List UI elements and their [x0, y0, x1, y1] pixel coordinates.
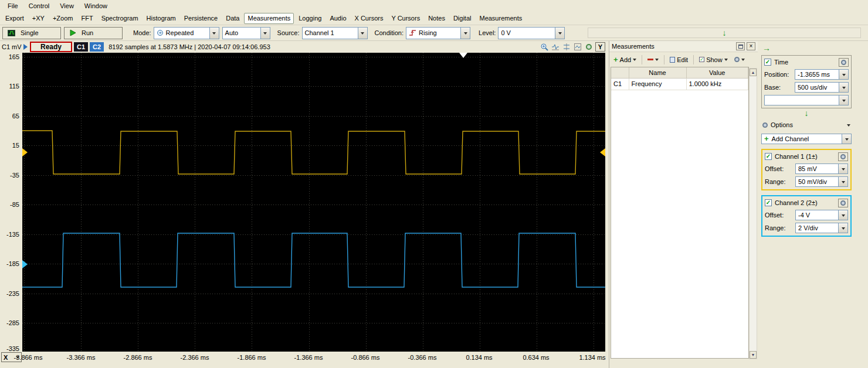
minus-icon [647, 59, 653, 60]
measurements-scrollbar[interactable]: ▲ ▼ [749, 68, 757, 359]
channel-1-range-arrow [838, 177, 847, 186]
add-channel-select[interactable]: + Add Channel [761, 134, 852, 144]
time-position-value: -1.3655 ms [798, 71, 830, 78]
channel-1-checkbox[interactable]: ✓ [765, 153, 772, 160]
column-channel[interactable] [611, 67, 629, 78]
channel-1-tab[interactable]: C1 [74, 42, 88, 52]
x-tick: 0.134 ms [466, 354, 492, 361]
scroll-down-icon[interactable]: ▼ [750, 351, 757, 359]
channel-2-checkbox[interactable]: ✓ [765, 199, 772, 206]
trigger-source-select[interactable]: Channel 1 [302, 27, 368, 39]
trigger-auto-select[interactable]: Auto [222, 27, 270, 39]
repeated-mode-icon [157, 29, 164, 36]
time-group: ✓ Time Position: -1.3655 ms Base: 500 us… [761, 55, 852, 108]
tab-measurements-2[interactable]: Measurements [476, 13, 525, 24]
add-measurement-button[interactable]: + Add [611, 55, 639, 64]
x-tick: -1.866 ms [238, 354, 266, 361]
x-tick: -2.866 ms [124, 354, 152, 361]
channel-2-settings-button[interactable] [838, 199, 848, 207]
show-menu-button[interactable]: ✓ Show [697, 55, 730, 64]
plot-settings-gear-icon[interactable] [584, 43, 593, 52]
tab-xy[interactable]: +XY [29, 13, 48, 24]
channel-1-offset-select[interactable]: 85 mV [795, 163, 848, 174]
single-button[interactable]: Single [2, 27, 61, 39]
edit-icon [670, 57, 675, 63]
column-value[interactable]: Value [686, 67, 748, 78]
tab-data[interactable]: Data [222, 13, 243, 24]
tab-measurements[interactable]: Measurements [244, 13, 294, 24]
float-panel-button[interactable] [736, 42, 745, 50]
menu-control[interactable]: Control [23, 1, 55, 11]
time-checkbox[interactable]: ✓ [764, 59, 771, 66]
tab-spectrogram[interactable]: Spectrogram [98, 13, 142, 24]
zoom-horizontal-icon[interactable] [551, 43, 560, 52]
close-panel-button[interactable]: × [747, 42, 755, 50]
zoom-vertical-icon[interactable] [562, 43, 571, 52]
tab-export[interactable]: Export [2, 13, 28, 24]
x-tick: -2.366 ms [181, 354, 209, 361]
trigger-level-value: 0 V [501, 29, 511, 36]
tab-digital[interactable]: Digital [450, 13, 475, 24]
tab-persistence[interactable]: Persistence [181, 13, 221, 24]
run-button-label: Run [82, 29, 93, 36]
mode-value: Repeated [166, 29, 194, 36]
remove-measurement-button[interactable] [645, 55, 661, 64]
measurements-settings-button[interactable] [732, 55, 747, 64]
time-extra-select[interactable] [764, 95, 849, 105]
fit-view-icon[interactable] [573, 43, 582, 52]
edit-measurement-button[interactable]: Edit [667, 55, 690, 64]
channel-2-tab[interactable]: C2 [90, 42, 104, 52]
y-axis[interactable]: 165 115 65 15 -35 -85 -135 -185 -235 -28… [0, 53, 22, 352]
tab-logging[interactable]: Logging [295, 13, 325, 24]
channel-2-title: Channel 2 (2±) [775, 199, 818, 206]
measurements-panel: Measurements × + Add [609, 41, 758, 368]
y-tick: -135 [1, 230, 19, 238]
time-settings-button[interactable] [839, 58, 849, 67]
tab-zoom[interactable]: +Zoom [49, 13, 77, 24]
collapse-panel-right-icon[interactable]: → [762, 44, 771, 52]
y-axis-menu-button[interactable]: Y [595, 42, 605, 52]
channel-1-group: ✓ Channel 1 (1±) Offset: 85 mV Range: 50… [761, 149, 852, 190]
trigger-level-input[interactable]: 0 V [498, 27, 565, 39]
menu-file[interactable]: File [2, 1, 23, 11]
trigger-source-arrow [358, 28, 367, 39]
tab-audio[interactable]: Audio [326, 13, 350, 24]
options-row[interactable]: Options [761, 120, 852, 130]
channel-2-range-value: 2 V/div [798, 224, 818, 231]
channel-2-offset-select[interactable]: -4 V [795, 210, 848, 220]
channel-1-range-select[interactable]: 50 mV/div [795, 176, 848, 187]
y-tick: 65 [1, 112, 19, 120]
column-name[interactable]: Name [629, 67, 686, 78]
add-measurement-label: Add [620, 56, 632, 63]
expand-options-down-icon[interactable]: ↓ [723, 29, 727, 37]
mode-select[interactable]: Repeated [154, 27, 219, 39]
scroll-up-icon[interactable]: ▲ [750, 69, 757, 76]
time-expand-down-icon[interactable]: ↓ [805, 108, 809, 118]
trigger-condition-select[interactable]: Rising [406, 27, 470, 39]
tab-fft[interactable]: FFT [77, 13, 96, 24]
channel-2-range-select[interactable]: 2 V/div [795, 223, 848, 233]
y-tick: 15 [1, 141, 19, 149]
menu-window[interactable]: Window [79, 1, 113, 11]
measurement-row[interactable]: C1 Frequency 1.0000 kHz [611, 78, 748, 90]
menu-view[interactable]: View [55, 1, 79, 11]
channel-controls-panel: → ✓ Time Position: -1.3655 ms Base: [758, 41, 868, 368]
tab-notes[interactable]: Notes [425, 13, 449, 24]
tab-histogram[interactable]: Histogram [143, 13, 179, 24]
waveform-canvas[interactable] [22, 53, 605, 352]
x-tick: 1.134 ms [579, 354, 605, 361]
run-button[interactable]: Run [64, 27, 123, 39]
tab-x-cursors[interactable]: X Cursors [351, 13, 387, 24]
measurements-title: Measurements [612, 43, 655, 50]
trigger-auto-arrow [260, 28, 270, 39]
separator [642, 55, 642, 64]
tab-y-cursors[interactable]: Y Cursors [388, 13, 423, 24]
x-tick: -0.366 ms [408, 354, 437, 361]
trigger-condition-value: Rising [419, 29, 437, 36]
time-base-select[interactable]: 500 us/div [795, 82, 849, 93]
zoom-in-icon[interactable] [540, 43, 548, 52]
chevron-down-icon [847, 124, 850, 128]
time-position-select[interactable]: -1.3655 ms [795, 69, 849, 80]
plot-area[interactable] [22, 53, 605, 352]
channel-1-settings-button[interactable] [838, 152, 848, 161]
